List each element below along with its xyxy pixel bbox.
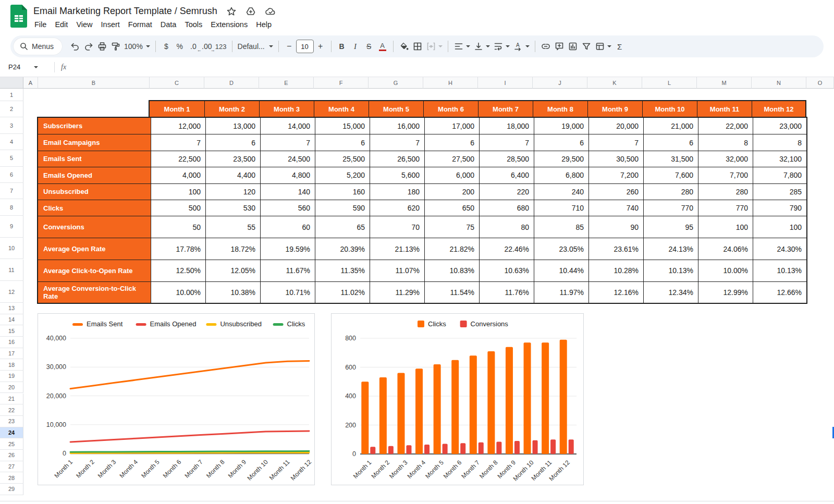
row-header-11[interactable]: 11: [0, 260, 23, 281]
column-header-O[interactable]: O: [806, 77, 834, 89]
table-cell[interactable]: 100: [698, 216, 753, 238]
format-currency-button[interactable]: $: [160, 39, 173, 54]
table-cell[interactable]: 4,400: [205, 167, 260, 183]
table-cell[interactable]: 11.54%: [424, 281, 479, 303]
table-cell[interactable]: 60: [260, 216, 315, 238]
table-cell[interactable]: 90: [588, 216, 643, 238]
table-cell[interactable]: 7,600: [643, 167, 698, 183]
menu-data[interactable]: Data: [156, 19, 181, 30]
table-cell[interactable]: 10.71%: [260, 281, 315, 303]
table-cell[interactable]: 7: [588, 134, 643, 150]
table-cell[interactable]: 30,500: [588, 151, 643, 167]
table-cell[interactable]: 140: [260, 183, 315, 200]
table-cell[interactable]: 280: [643, 183, 698, 200]
row-header-3[interactable]: 3: [0, 117, 23, 133]
table-cell[interactable]: 18.72%: [205, 238, 260, 260]
table-cell[interactable]: 285: [753, 183, 806, 200]
cloud-check-icon[interactable]: [265, 6, 276, 17]
table-cell[interactable]: 120: [205, 183, 260, 200]
column-header-E[interactable]: E: [259, 77, 314, 89]
functions-button[interactable]: Σ: [613, 39, 627, 54]
table-month-header[interactable]: Month 1: [150, 101, 204, 117]
table-cell[interactable]: 21.82%: [424, 238, 479, 260]
print-button[interactable]: [95, 39, 109, 54]
table-cell[interactable]: 7: [260, 134, 315, 150]
menu-format[interactable]: Format: [124, 19, 156, 30]
table-cell[interactable]: 32,000: [698, 151, 753, 167]
column-header-M[interactable]: M: [697, 77, 752, 89]
column-header-I[interactable]: I: [478, 77, 533, 89]
table-cell[interactable]: 6: [315, 134, 370, 150]
table-cell[interactable]: 10.38%: [205, 281, 260, 303]
insert-chart-button[interactable]: [566, 39, 580, 54]
table-cell[interactable]: 8: [753, 134, 806, 150]
table-cell[interactable]: 280: [698, 183, 753, 200]
search-menus-button[interactable]: Menus: [14, 38, 62, 55]
table-cell[interactable]: 8: [698, 134, 753, 150]
table-cell[interactable]: 19.59%: [260, 238, 315, 260]
table-cell[interactable]: 21.13%: [370, 238, 424, 260]
decrease-font-size-button[interactable]: −: [283, 39, 296, 54]
row-header-24[interactable]: 24: [0, 427, 23, 439]
table-cell[interactable]: 19,000: [534, 118, 588, 134]
text-rotation-button[interactable]: A: [511, 39, 531, 54]
table-cell[interactable]: 12.99%: [698, 281, 753, 303]
table-cell[interactable]: 24.30%: [753, 238, 806, 260]
row-header-14[interactable]: 14: [0, 314, 23, 326]
increase-font-size-button[interactable]: +: [314, 39, 327, 54]
table-cell[interactable]: 11.76%: [479, 281, 534, 303]
table-month-header[interactable]: Month 6: [423, 101, 478, 117]
table-month-header[interactable]: Month 7: [478, 101, 533, 117]
borders-button[interactable]: [411, 39, 424, 54]
table-cell[interactable]: 11.02%: [315, 281, 370, 303]
table-row-label[interactable]: Average Click-to-Open Rate: [38, 260, 151, 281]
row-header-16[interactable]: 16: [0, 337, 23, 348]
table-cell[interactable]: 12.16%: [588, 281, 643, 303]
column-header-A[interactable]: A: [23, 77, 38, 89]
column-header-K[interactable]: K: [587, 77, 642, 89]
table-cell[interactable]: 10.00%: [151, 281, 205, 303]
table-cell[interactable]: 740: [588, 200, 643, 216]
menu-insert[interactable]: Insert: [97, 19, 124, 30]
column-header-C[interactable]: C: [150, 77, 204, 89]
table-cell[interactable]: 220: [479, 183, 534, 200]
menu-extensions[interactable]: Extensions: [206, 19, 252, 30]
table-row-label[interactable]: Conversions: [38, 216, 151, 238]
table-cell[interactable]: 26,500: [370, 151, 424, 167]
table-month-header[interactable]: Month 4: [314, 101, 369, 117]
table-cell[interactable]: 24.13%: [643, 238, 698, 260]
table-cell[interactable]: 55: [205, 216, 260, 238]
column-header-H[interactable]: H: [423, 77, 478, 89]
row-header-9[interactable]: 9: [0, 216, 23, 238]
row-header-22[interactable]: 22: [0, 404, 23, 416]
table-cell[interactable]: 6: [205, 134, 260, 150]
table-cell[interactable]: 50: [151, 216, 205, 238]
table-cell[interactable]: 6: [424, 134, 479, 150]
table-cell[interactable]: 65: [315, 216, 370, 238]
italic-button[interactable]: I: [349, 39, 362, 54]
table-cell[interactable]: 4,000: [151, 167, 205, 183]
document-title[interactable]: Email Marketing Report Template / Semrus…: [33, 6, 217, 17]
table-cell[interactable]: 12.34%: [643, 281, 698, 303]
row-header-4[interactable]: 4: [0, 134, 23, 150]
table-cell[interactable]: 11.07%: [370, 260, 424, 281]
table-cell[interactable]: 100: [151, 183, 205, 200]
menu-file[interactable]: File: [30, 19, 51, 30]
table-row-label[interactable]: Email Campaigns: [38, 134, 151, 150]
row-header-26[interactable]: 26: [0, 450, 23, 461]
menu-view[interactable]: View: [72, 19, 96, 30]
name-box[interactable]: P24: [0, 63, 52, 71]
table-cell[interactable]: 13,000: [205, 118, 260, 134]
paint-format-button[interactable]: [109, 39, 122, 54]
table-cell[interactable]: 4,800: [260, 167, 315, 183]
column-header-G[interactable]: G: [369, 77, 423, 89]
table-month-header[interactable]: Month 9: [587, 101, 642, 117]
table-month-header[interactable]: Month 8: [533, 101, 587, 117]
row-header-8[interactable]: 8: [0, 199, 23, 215]
table-cell[interactable]: 21,000: [643, 118, 698, 134]
row-header-21[interactable]: 21: [0, 394, 23, 405]
table-cell[interactable]: 6: [643, 134, 698, 150]
table-cell[interactable]: 240: [534, 183, 588, 200]
table-cell[interactable]: 12,000: [151, 118, 205, 134]
table-cell[interactable]: 10.83%: [424, 260, 479, 281]
